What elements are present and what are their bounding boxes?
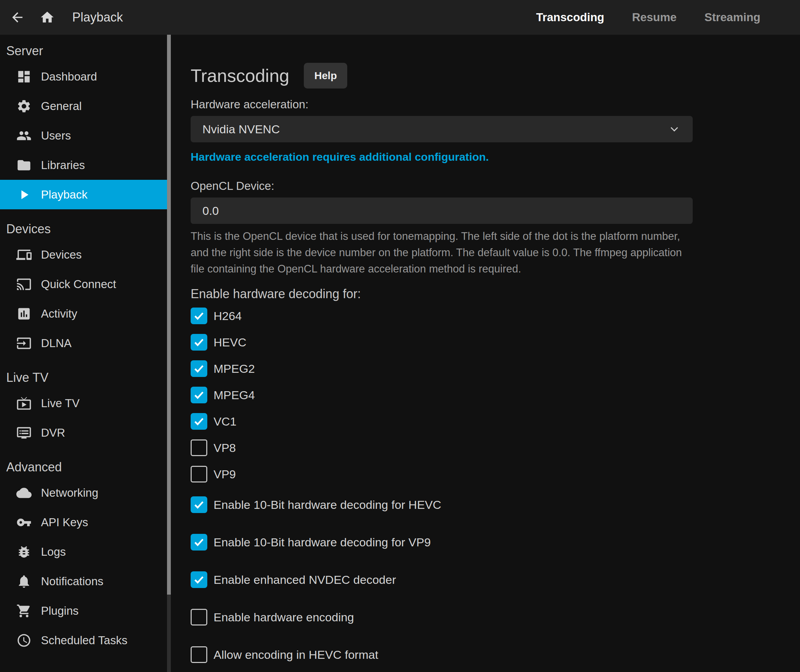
input-icon: [16, 335, 32, 352]
checkbox-h264[interactable]: [191, 307, 207, 324]
opencl-device-value: 0.0: [202, 204, 219, 218]
tab-resume[interactable]: Resume: [632, 11, 677, 24]
sidebar-item-label: Dashboard: [41, 70, 97, 83]
sidebar-section-devices: Devices: [0, 209, 167, 240]
back-button[interactable]: [9, 9, 26, 26]
checkbox-row-hardware-encoding[interactable]: Enable hardware encoding: [191, 609, 800, 626]
opencl-device-label: OpenCL Device:: [191, 179, 800, 193]
key-icon: [16, 514, 32, 531]
sidebar-item-activity[interactable]: Activity: [0, 299, 167, 328]
sidebar-item-playback[interactable]: Playback: [0, 180, 167, 209]
checkbox-vp8[interactable]: [191, 440, 207, 456]
opencl-device-description: This is the OpenCL device that is used f…: [191, 228, 694, 277]
sidebar-item-label: API Keys: [41, 516, 88, 529]
checkbox-10bit-vp9[interactable]: [191, 534, 207, 550]
checkmark-icon: [193, 362, 205, 375]
checkbox-row-vp8[interactable]: VP8: [191, 440, 800, 456]
checkbox-row-10bit-hevc[interactable]: Enable 10-Bit hardware decoding for HEVC: [191, 496, 800, 513]
checkbox-vp9[interactable]: [191, 466, 207, 483]
sidebar-item-label: Logs: [41, 545, 66, 558]
sidebar-item-quick-connect[interactable]: Quick Connect: [0, 269, 167, 299]
checkbox-row-vc1[interactable]: VC1: [191, 413, 800, 430]
sidebar-item-networking[interactable]: Networking: [0, 478, 167, 507]
home-button[interactable]: [39, 9, 56, 26]
hardware-decoding-label: Enable hardware decoding for:: [191, 287, 800, 301]
checkmark-icon: [193, 573, 205, 586]
sidebar-section-advanced: Advanced: [0, 447, 167, 478]
sidebar-section-server: Server: [0, 35, 167, 62]
checkbox-row-hevc-encoding[interactable]: Allow encoding in HEVC format: [191, 646, 800, 663]
sidebar-item-dvr[interactable]: DVR: [0, 418, 167, 447]
clock-icon: [16, 632, 32, 649]
checkbox-label: Enable hardware encoding: [213, 611, 354, 624]
sidebar-item-dlna[interactable]: DLNA: [0, 328, 167, 358]
sidebar-item-label: General: [41, 100, 82, 113]
tab-transcoding[interactable]: Transcoding: [536, 11, 604, 24]
sidebar-item-logs[interactable]: Logs: [0, 537, 167, 566]
hardware-acceleration-select[interactable]: Nvidia NVENC: [191, 116, 693, 142]
hardware-acceleration-warning-link[interactable]: Hardware acceleration requires additiona…: [191, 150, 489, 163]
checkbox-row-hevc[interactable]: HEVC: [191, 334, 800, 350]
checkbox-row-mpeg4[interactable]: MPEG4: [191, 387, 800, 403]
cloud-icon: [16, 485, 32, 501]
checkbox-row-vp9[interactable]: VP9: [191, 466, 800, 483]
checkbox-label: Enable 10-Bit hardware decoding for HEVC: [213, 498, 441, 512]
sidebar-item-scheduled-tasks[interactable]: Scheduled Tasks: [0, 626, 167, 655]
checkbox-mpeg2[interactable]: [191, 360, 207, 377]
checkbox-row-nvdec[interactable]: Enable enhanced NVDEC decoder: [191, 571, 800, 588]
hardware-acceleration-value: Nvidia NVENC: [202, 123, 280, 136]
opencl-device-input[interactable]: 0.0: [191, 197, 693, 224]
checkbox-row-h264[interactable]: H264: [191, 307, 800, 324]
checkbox-hevc-encoding[interactable]: [191, 646, 207, 663]
checkbox-vc1[interactable]: [191, 413, 207, 430]
home-icon: [40, 10, 55, 25]
codec-checkbox-list: H264 HEVC MPEG2 MPEG4 VC1 VP8: [191, 307, 800, 483]
sidebar-item-label: DLNA: [41, 337, 72, 350]
sidebar-item-label: Libraries: [41, 158, 85, 172]
sidebar-item-plugins[interactable]: Plugins: [0, 596, 167, 626]
checkbox-mpeg4[interactable]: [191, 387, 207, 403]
checkbox-row-10bit-vp9[interactable]: Enable 10-Bit hardware decoding for VP9: [191, 534, 800, 550]
checkbox-nvdec[interactable]: [191, 571, 207, 588]
bell-icon: [16, 573, 32, 590]
play-icon: [16, 186, 32, 203]
checkbox-hevc[interactable]: [191, 334, 207, 350]
decoder-option-list: Enable 10-Bit hardware decoding for HEVC…: [191, 496, 800, 663]
checkbox-10bit-hevc[interactable]: [191, 496, 207, 513]
sidebar-item-general[interactable]: General: [0, 91, 167, 121]
checkbox-label: Enable 10-Bit hardware decoding for VP9: [213, 536, 431, 549]
section-title: Transcoding: [191, 65, 289, 86]
header-tabs: Transcoding Resume Streaming: [536, 11, 800, 24]
dvr-icon: [16, 424, 32, 441]
sidebar-item-api-keys[interactable]: API Keys: [0, 507, 167, 537]
cast-icon: [16, 276, 32, 293]
checkbox-label: VP9: [213, 467, 236, 481]
users-icon: [16, 127, 32, 144]
sidebar-item-users[interactable]: Users: [0, 121, 167, 150]
shopping-cart-icon: [16, 603, 32, 619]
settings-gear-icon: [16, 98, 32, 115]
top-bar: Playback Transcoding Resume Streaming: [0, 0, 800, 35]
checkbox-label: H264: [213, 309, 242, 323]
tab-streaming[interactable]: Streaming: [704, 11, 760, 24]
sidebar-item-dashboard[interactable]: Dashboard: [0, 62, 167, 91]
sidebar-scrollbar-track[interactable]: [167, 35, 171, 672]
dashboard-icon: [16, 68, 32, 85]
checkbox-row-mpeg2[interactable]: MPEG2: [191, 360, 800, 377]
checkbox-hardware-encoding[interactable]: [191, 609, 207, 626]
sidebar-item-libraries[interactable]: Libraries: [0, 150, 167, 180]
sidebar-item-devices[interactable]: Devices: [0, 240, 167, 269]
help-button[interactable]: Help: [304, 63, 347, 88]
checkbox-label: VC1: [213, 415, 236, 428]
checkbox-label: Allow encoding in HEVC format: [213, 648, 378, 662]
sidebar-scrollbar-thumb[interactable]: [167, 35, 171, 595]
sidebar: Server Dashboard General Users: [0, 35, 171, 672]
sidebar-nav: Server Dashboard General Users: [0, 35, 167, 655]
checkmark-icon: [193, 415, 205, 428]
devices-icon: [16, 246, 32, 263]
checkmark-icon: [193, 536, 205, 549]
sidebar-item-live-tv[interactable]: Live TV: [0, 389, 167, 418]
sidebar-item-notifications[interactable]: Notifications: [0, 566, 167, 596]
sidebar-item-label: Networking: [41, 486, 98, 499]
folder-icon: [16, 157, 32, 174]
